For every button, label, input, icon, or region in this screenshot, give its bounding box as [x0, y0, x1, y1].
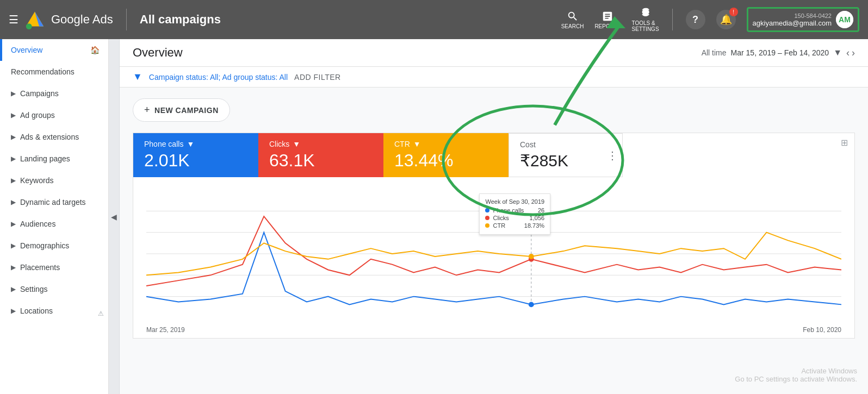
- top-navigation: ☰ Google Ads All campaigns SEARCH REPORT…: [0, 0, 868, 39]
- date-prev-button[interactable]: ‹: [846, 47, 850, 59]
- expand-arrow-icon: ▶: [11, 220, 16, 228]
- sidebar-item-landing-pages[interactable]: ▶ Landing pages: [0, 148, 108, 170]
- ctr-dot: [485, 223, 489, 228]
- stat-card-cost: Cost ₹285K ⋮: [509, 133, 623, 177]
- sidebar-item-overview[interactable]: Overview 🏠: [0, 39, 108, 61]
- tooltip-week: Week of Sep 30, 2019: [485, 198, 544, 205]
- content-area: Overview All time Mar 15, 2019 – Feb 14,…: [120, 39, 868, 394]
- filter-text[interactable]: Campaign status: All; Ad group status: A…: [149, 73, 288, 82]
- account-avatar: AM: [836, 11, 853, 28]
- sidebar-item-ads-extensions[interactable]: ▶ Ads & extensions: [0, 126, 108, 148]
- expand-arrow-icon: ▶: [11, 90, 16, 97]
- stats-chart-container: ⊞ Phone calls ▼ 2.01K Clicks: [133, 133, 855, 339]
- content-title: Overview: [133, 46, 183, 60]
- tooltip-label: Clicks: [493, 215, 509, 221]
- sidebar-item-label: Audiences: [20, 220, 55, 228]
- expand-arrow-icon: ▶: [11, 198, 16, 206]
- sidebar: Overview 🏠 Recommendations ▶ Campaigns ▶…: [0, 39, 109, 394]
- dropdown-arrow-icon: ▼: [187, 140, 194, 148]
- stats-row: Phone calls ▼ 2.01K Clicks ▼ 63.1K: [133, 133, 854, 177]
- sidebar-item-label: Settings: [20, 285, 48, 293]
- page-title: All campaigns: [140, 12, 221, 27]
- chart-start-date: Mar 25, 2019: [146, 326, 185, 334]
- sidebar-item-label: Landing pages: [20, 154, 70, 163]
- expand-arrow-icon: ▶: [11, 155, 16, 162]
- stat-label-text: Cost: [520, 140, 536, 149]
- svg-point-2: [26, 23, 32, 29]
- sidebar-item-label: Keywords: [20, 176, 53, 185]
- tooltip-label: CTR: [493, 222, 505, 229]
- tools-nav-item[interactable]: TOOLS & SETTINGS: [632, 7, 659, 32]
- expand-arrow-icon: ▶: [11, 242, 16, 249]
- stat-label: Cost: [520, 140, 611, 149]
- add-filter-button[interactable]: ADD FILTER: [294, 73, 341, 82]
- chart-end-date: Feb 10, 2020: [803, 326, 841, 334]
- nav-right-divider: [672, 9, 673, 30]
- sidebar-item-placements[interactable]: ▶ Placements: [0, 257, 108, 278]
- warning-icon: ⚠: [98, 310, 104, 317]
- search-label: SEARCH: [561, 23, 584, 29]
- overview-content: + NEW CAMPAIGN ⊞ Phone calls ▼ 2.01K: [120, 87, 868, 349]
- sidebar-item-dynamic-ad-targets[interactable]: ▶ Dynamic ad targets: [0, 191, 108, 213]
- tooltip-clicks: Clicks 1,056: [485, 215, 544, 221]
- stat-value: 13.44%: [394, 151, 498, 171]
- sidebar-item-label: Campaigns: [20, 89, 59, 98]
- sidebar-item-keywords[interactable]: ▶ Keywords: [0, 170, 108, 191]
- sidebar-item-locations[interactable]: ▶ Locations ⚠: [0, 300, 108, 322]
- notification-badge: !: [729, 8, 738, 16]
- tooltip-value: 26: [538, 207, 544, 214]
- chart-container: Week of Sep 30, 2019 Phone calls 26 Clic…: [133, 177, 854, 338]
- sidebar-item-campaigns[interactable]: ▶ Campaigns: [0, 83, 108, 104]
- date-range-selector[interactable]: All time Mar 15, 2019 – Feb 14, 2020 ▼ ‹…: [702, 47, 855, 59]
- sidebar-collapse-handle[interactable]: ◀: [109, 39, 120, 394]
- sidebar-item-label: Demographics: [20, 241, 69, 250]
- reports-nav-item[interactable]: REPORTS: [594, 10, 621, 29]
- date-range-label: All time: [702, 48, 727, 57]
- tooltip-value: 18.73%: [524, 222, 544, 229]
- sidebar-item-audiences[interactable]: ▶ Audiences: [0, 213, 108, 235]
- expand-arrow-icon: ▶: [11, 307, 16, 315]
- notification-wrapper: 🔔 !: [716, 10, 736, 29]
- tooltip-label: Phone calls: [493, 207, 524, 214]
- phone-calls-dot: [485, 208, 489, 212]
- stat-card-ctr: CTR ▼ 13.44%: [383, 133, 509, 177]
- dropdown-arrow-icon: ▼: [413, 140, 421, 148]
- stat-card-phone-calls: Phone calls ▼ 2.01K: [133, 133, 258, 177]
- date-next-button[interactable]: ›: [852, 47, 855, 59]
- help-button[interactable]: ?: [686, 10, 705, 29]
- search-nav-item[interactable]: SEARCH: [561, 10, 584, 29]
- svg-point-13: [529, 254, 534, 259]
- plus-icon: +: [144, 104, 150, 116]
- more-options-icon[interactable]: ⋮: [607, 149, 618, 162]
- hamburger-menu[interactable]: ☰: [9, 13, 18, 26]
- stat-label-text: CTR: [394, 140, 410, 148]
- expand-arrow-icon: ▶: [11, 285, 16, 293]
- expand-arrow-icon: ▶: [11, 133, 16, 141]
- dropdown-arrow-icon: ▼: [293, 140, 300, 148]
- stat-label[interactable]: Phone calls ▼: [144, 140, 247, 148]
- sidebar-item-label: Placements: [20, 263, 60, 272]
- collapse-arrow-icon: ◀: [111, 212, 117, 221]
- sidebar-item-recommendations[interactable]: Recommendations: [0, 61, 108, 83]
- reports-label: REPORTS: [594, 23, 621, 29]
- tools-label: TOOLS & SETTINGS: [632, 20, 659, 32]
- expand-arrow-icon: ▶: [11, 264, 16, 271]
- tooltip-ctr: CTR 18.73%: [485, 222, 544, 229]
- sidebar-item-demographics[interactable]: ▶ Demographics: [0, 235, 108, 257]
- app-title: Google Ads: [51, 12, 113, 27]
- date-dropdown-icon[interactable]: ▼: [833, 48, 842, 58]
- stat-value: 2.01K: [144, 151, 247, 171]
- sidebar-item-settings[interactable]: ▶ Settings: [0, 278, 108, 300]
- svg-text:AM: AM: [839, 15, 851, 24]
- sidebar-item-ad-groups[interactable]: ▶ Ad groups: [0, 104, 108, 126]
- date-nav: ‹ ›: [846, 47, 855, 59]
- new-campaign-button[interactable]: + NEW CAMPAIGN: [133, 98, 230, 122]
- account-box[interactable]: 150-584-0422 agkiyamedia@gmail.com AM: [747, 7, 859, 32]
- stat-label[interactable]: Clicks ▼: [269, 140, 373, 148]
- sidebar-item-label: Ad groups: [20, 111, 55, 120]
- account-phone: 150-584-0422: [753, 12, 832, 19]
- stat-value: 63.1K: [269, 151, 373, 171]
- clicks-dot: [485, 216, 489, 220]
- stat-label[interactable]: CTR ▼: [394, 140, 498, 148]
- filter-bar: ▼ Campaign status: All; Ad group status:…: [120, 67, 868, 87]
